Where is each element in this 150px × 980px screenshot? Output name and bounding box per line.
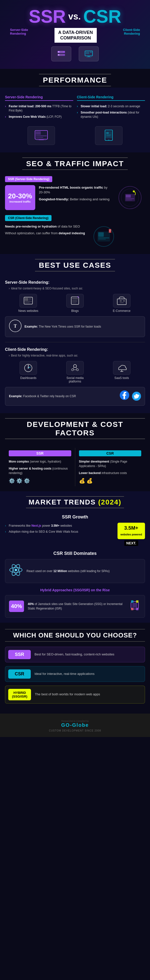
hybrid-percent-box: 40% <box>9 601 24 612</box>
seo-csr-text1: Needs pre-rendering or hydration of data… <box>5 224 85 229</box>
gear-icon-1: ⚙️ <box>9 478 15 484</box>
ssr-subtitle: Server-SideRendering <box>10 28 28 35</box>
choice-csr: CSR Ideal for interactive, real-time app… <box>5 666 145 682</box>
svg-text:!: ! <box>110 229 111 233</box>
seo-section: SSR (Server-Side Rendering) 20-30% incre… <box>0 171 150 254</box>
seo-header: SEO & TRAFFIC IMPACT <box>0 153 150 171</box>
svg-rect-74 <box>136 600 139 603</box>
seo-csr-content: Needs pre-rendering or hydration of data… <box>5 224 145 249</box>
seo-percent-box: 20-30% increased traffic <box>5 185 35 210</box>
perf-csr-item-2: Smoother post-load interactions (ideal f… <box>77 110 145 120</box>
svg-rect-39 <box>25 302 30 303</box>
svg-rect-52 <box>120 302 124 303</box>
market-ssr-title: SSR Growth <box>5 514 145 520</box>
svg-rect-44 <box>72 298 78 299</box>
market-csr-text: React used on over 12 Million websites (… <box>26 569 110 573</box>
market-ssr-point1: Frameworks like Next.js power 3.5M+ webs… <box>5 523 114 529</box>
svg-line-60 <box>73 367 74 369</box>
ecommerce-label: E-Commerce <box>109 309 134 313</box>
dev-ssr-point2: Higher server & hosting costs (continuou… <box>9 466 71 475</box>
subtitle-row: Server-SideRendering A DATA-DRIVENCOMPAR… <box>5 28 145 43</box>
svg-rect-27 <box>126 198 134 199</box>
svg-rect-26 <box>126 195 131 197</box>
svg-rect-41 <box>29 299 31 300</box>
ssr-seo-badge: SSR (Server-Side Rendering) <box>5 176 52 182</box>
dev-ssr-point1: More complex (server logic, hydration) <box>9 459 71 464</box>
market-header: MARKET TRENDS (2024) <box>0 491 150 509</box>
news-label: News websites <box>16 309 41 313</box>
use-case-social-media: Social media platforms <box>63 361 87 383</box>
use-case-saas: SaaS tools <box>109 361 134 383</box>
choice-ssr-badge: SSR <box>8 650 31 659</box>
dashboards-icon-box <box>19 361 37 375</box>
seo-ssr-text1: Pre-rendered HTML boosts organic traffic… <box>39 185 111 195</box>
market-ssr-point2: Adoption rising due to SEO & Core Web Vi… <box>5 529 114 535</box>
seo-csr-text2: Without optimization, can suffer from de… <box>5 231 85 236</box>
perf-ssr-item-2: Improves Core Web Vitals (LCP, FCP) <box>5 114 73 120</box>
use-case-blogs: Blogs <box>63 294 87 313</box>
fb-example-text: Example: Facebook & Twitter rely heavily… <box>9 395 119 398</box>
seo-title: SEO & TRAFFIC IMPACT <box>22 158 127 170</box>
perf-csr-list: Slower initial load: 2-3 seconds on aver… <box>77 103 145 120</box>
svg-rect-13 <box>36 135 47 136</box>
use-cases-section: Server-Side Rendering: Ideal for content… <box>0 273 150 413</box>
hybrid-logo-icon <box>129 599 141 614</box>
svg-rect-12 <box>36 131 41 135</box>
dev-cost-grid: SSR More complex (server logic, hydratio… <box>5 448 145 486</box>
performance-header: PERFORMANCE <box>0 69 150 88</box>
csr-main-title: CSR <box>83 8 121 25</box>
nyt-example-text: Example: The New York Times uses SSR for… <box>24 325 101 328</box>
svg-text:T: T <box>14 324 17 329</box>
market-ssr-stat-box: 3.5M+ websites powered NEXT. <box>118 523 145 546</box>
csr-seo-badge: CSR (Client-Side Rendering) <box>5 215 52 221</box>
performance-title: PERFORMANCE <box>39 74 111 86</box>
svg-rect-45 <box>72 300 78 300</box>
dev-csr-point2: Lower backend infrastructure costs <box>79 471 142 475</box>
header-title-row: SSR vs. CSR <box>5 8 145 25</box>
svg-rect-4 <box>60 52 63 52</box>
perf-ssr-list: Faster initial load: 200-500 ms TTFB (Ti… <box>5 103 73 120</box>
svg-rect-75 <box>136 608 139 610</box>
svg-rect-22 <box>106 136 110 136</box>
choice-section: WHICH ONE SHOULD YOU CHOOSE? SSR Best fo… <box>0 623 150 714</box>
react-logo <box>9 563 23 579</box>
dev-csr-point1: Simpler development (Single Page Applica… <box>79 459 142 468</box>
seo-ssr-content: 20-30% increased traffic Pre-rendered HT… <box>5 185 145 210</box>
svg-point-3 <box>58 54 59 56</box>
header: SSR vs. CSR Server-SideRendering A DATA-… <box>0 0 150 69</box>
svg-point-19 <box>108 140 109 140</box>
seo-ssr-text: Pre-rendered HTML boosts organic traffic… <box>39 185 111 210</box>
seo-csr-text: Needs pre-rendering or hydration of data… <box>5 224 85 237</box>
hybrid-title: Hybrid Approaches (SSG/ISR) on the Rise <box>5 588 145 592</box>
footer-credit: Researched & Compiled by <box>5 720 145 722</box>
svg-rect-20 <box>106 132 109 134</box>
perf-ssr-title: Server-Side Rendering <box>5 95 73 101</box>
seo-percent-label: increased traffic <box>10 200 31 203</box>
dev-csr-col: CSR Simpler development (Single Page App… <box>75 448 145 486</box>
dollar-icon-1: 💰 <box>79 478 85 484</box>
use-case-news: News websites <box>16 294 41 313</box>
svg-rect-48 <box>72 302 76 303</box>
ssr-use-case-subtitle: Server-Side Rendering: <box>5 280 145 285</box>
ssr-use-case-desc: Ideal for content-heavy & SEO-focused si… <box>5 287 145 290</box>
svg-rect-72 <box>132 603 137 608</box>
saas-label: SaaS tools <box>109 376 134 380</box>
svg-rect-5 <box>60 55 63 55</box>
svg-rect-40 <box>29 298 31 299</box>
svg-rect-38 <box>25 301 32 302</box>
dev-cost-header: DEVELOPMENT & COST FACTORS <box>0 413 150 440</box>
footer-logo: GO-Globe <box>5 722 145 728</box>
social-media-label: Social media platforms <box>63 376 87 383</box>
svg-rect-32 <box>98 232 104 237</box>
market-ssr-block: Frameworks like Next.js power 3.5M+ webs… <box>5 523 145 546</box>
csr-subtitle: Client-SideRendering <box>123 28 140 35</box>
hybrid-block: 40% 40% of Jamstack sites use Static Sit… <box>5 595 145 618</box>
choice-hybrid-desc: The best of both worlds for modern web a… <box>35 692 142 697</box>
facebook-icon <box>119 390 129 402</box>
choice-title: WHICH ONE SHOULD YOU CHOOSE? <box>5 629 145 642</box>
performance-images <box>5 124 145 148</box>
saas-icon-box <box>113 361 131 375</box>
nyt-logo: T <box>9 320 21 334</box>
social-logos <box>119 390 141 402</box>
social-media-icon-box <box>66 361 84 375</box>
